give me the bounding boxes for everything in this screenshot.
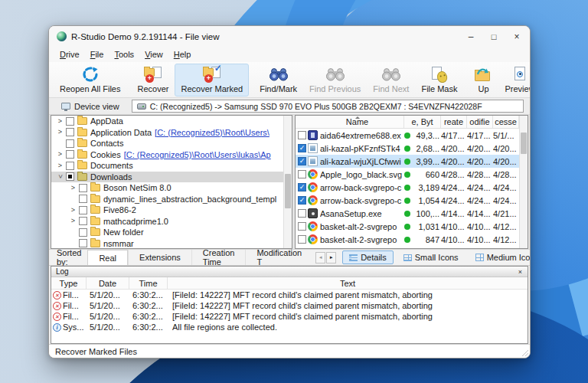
log-row[interactable]: Fil... 5/1/20... 6:30:2... [FileId: 1422… (51, 290, 528, 300)
expander-icon[interactable]: > (57, 118, 64, 125)
column-header-size[interactable]: e, Byt (404, 116, 441, 128)
tree-row[interactable]: > mathcadprime1.0 (51, 216, 292, 228)
expander-icon[interactable]: > (57, 162, 64, 169)
tree-checkbox[interactable] (79, 239, 87, 247)
title-bar[interactable]: R-Studio Demo 9.2.191144 - File view – □… (49, 26, 530, 47)
expander-icon[interactable]: > (70, 218, 77, 224)
tree-item-link[interactable]: [C: (Recognized5)\Root\Users\lukas\Ap (124, 150, 271, 159)
tree-row[interactable]: > Boson NetSim 8.0 (51, 182, 292, 194)
tree-row[interactable]: nsmmar (51, 238, 292, 250)
up-button[interactable]: Up (468, 64, 498, 97)
column-header-accessed[interactable]: cesse (493, 116, 519, 128)
tree-item-link[interactable]: [C: (Recognized5)\Root\Users\ (155, 128, 270, 137)
find-next-button[interactable]: Find Next (367, 64, 415, 97)
tree-checkbox[interactable] (79, 217, 87, 225)
file-row[interactable]: ali-kazal-wjuXjLCfwwi 3,99... 4/20... 4/… (296, 155, 528, 168)
log-column-time[interactable]: Time (129, 277, 168, 289)
device-view-tab[interactable]: Device view (57, 101, 124, 112)
tree-checkbox[interactable] (66, 162, 74, 170)
tree-row[interactable]: New folder (51, 227, 292, 238)
file-checkbox[interactable] (298, 170, 306, 178)
tree-scrollbar-thumb[interactable] (285, 174, 291, 208)
sort-tab-modification-time[interactable]: Modification T (245, 250, 312, 265)
menu-help[interactable]: Help (169, 48, 196, 61)
file-row[interactable]: arrow-back-svgrepo-c 1,054 4/24... 4/24.… (296, 194, 528, 207)
tree-row[interactable]: > Five86-2 (51, 205, 292, 216)
recover-button[interactable]: Recover (132, 64, 175, 97)
expander-icon[interactable]: > (57, 129, 64, 136)
tree-checkbox[interactable] (66, 117, 74, 126)
view-tab-medium-icons[interactable]: Medium Icons (469, 250, 531, 264)
current-path-bar[interactable]: C: (Recognized5) -> Samsung SSD 970 EVO … (132, 100, 524, 113)
tree-checkbox[interactable] (79, 184, 87, 192)
log-column-date[interactable]: Date (87, 277, 129, 289)
log-row[interactable]: Fil... 5/1/20... 6:30:2... [FileId: 1422… (51, 300, 528, 311)
minimize-button[interactable]: – (459, 28, 482, 45)
file-checkbox[interactable] (298, 235, 306, 244)
tree-checkbox[interactable] (66, 128, 74, 136)
tree-row[interactable]: > AppData (51, 116, 292, 127)
tree-row[interactable]: dynamic_lines_abstraction_background_tem… (51, 194, 292, 205)
sort-tab-extensions[interactable]: Extensions (128, 250, 191, 265)
tree-row[interactable]: Contacts (51, 138, 292, 149)
file-list-scrollbar-thumb[interactable] (521, 133, 527, 154)
menu-tools[interactable]: Tools (109, 48, 139, 61)
preview-button[interactable]: Preview (498, 64, 531, 97)
tree-checkbox[interactable] (79, 195, 87, 203)
sort-tab-real[interactable]: Real (87, 250, 128, 265)
file-mask-button[interactable]: File Mask (415, 64, 463, 97)
reopen-all-files-button[interactable]: Reopen All Files (54, 64, 127, 97)
expander-icon[interactable]: > (70, 207, 77, 214)
menu-view[interactable]: View (140, 48, 168, 61)
file-row[interactable]: aida64extreme688.ex 49,3... 4/17... 4/17… (296, 129, 528, 142)
recover-marked-button[interactable]: ✓ Recover Marked (175, 64, 249, 97)
file-list-scrollbar[interactable] (519, 116, 528, 248)
view-tab-small-icons[interactable]: Small Icons (397, 250, 466, 264)
column-header-modified[interactable]: odifie (467, 116, 493, 128)
file-row[interactable]: AsanaSetup.exe 100,... 4/14... 4/14... 4… (296, 207, 528, 220)
log-close-icon[interactable]: × (516, 268, 524, 276)
resize-grip[interactable] (521, 349, 528, 356)
sort-tab-creation-time[interactable]: Creation Time (191, 250, 246, 265)
file-checkbox[interactable] (298, 209, 306, 218)
file-checkbox[interactable] (298, 183, 306, 192)
tree-row[interactable]: > Application Data [C: (Recognized5)\Roo… (51, 127, 292, 139)
expander-icon[interactable]: > (70, 185, 77, 192)
expander-icon[interactable]: > (57, 173, 64, 180)
maximize-button[interactable]: □ (482, 28, 505, 45)
column-header-created[interactable]: reate (441, 116, 467, 128)
log-row[interactable]: Sys... 5/1/20... 6:30:2... All file regi… (51, 322, 528, 332)
file-row[interactable]: Apple_logo_black.svg 660 4/28... 4/28...… (296, 168, 528, 181)
file-row[interactable]: arrow-back-svgrepo-c 3,189 4/24... 4/24.… (296, 181, 528, 194)
view-tab-details[interactable]: Details (342, 250, 394, 264)
file-checkbox[interactable] (298, 131, 306, 139)
column-header-name[interactable]: Name (311, 116, 404, 128)
tree-row[interactable]: > Documents (51, 160, 292, 172)
tree-checkbox[interactable] (79, 228, 87, 237)
file-checkbox[interactable] (298, 222, 306, 231)
scroll-tabs-left-icon[interactable]: ◄ (315, 252, 325, 264)
file-row[interactable]: ali-kazal-pKFznfSTk4 2,68... 4/20... 4/2… (296, 142, 528, 155)
find-previous-button[interactable]: Find Previous (303, 64, 367, 97)
tree-checkbox[interactable] (66, 150, 74, 159)
tree-row[interactable]: > Downloads (51, 172, 292, 183)
scroll-tabs-right-icon[interactable]: ► (326, 252, 336, 264)
log-row[interactable]: Fil... 5/1/20... 6:30:2... [FileId: 1422… (51, 311, 528, 322)
expander-icon[interactable]: > (57, 151, 64, 158)
find-mark-button[interactable]: Find/Mark (253, 64, 303, 97)
log-column-type[interactable]: Type (51, 277, 87, 289)
tree-checkbox[interactable] (79, 206, 87, 214)
tree-checkbox[interactable] (66, 139, 74, 148)
file-checkbox[interactable] (298, 196, 306, 205)
menu-file[interactable]: File (86, 48, 109, 61)
tree-row[interactable]: > Cookies [C: (Recognized5)\Root\Users\l… (51, 149, 292, 161)
log-column-text[interactable]: Text (168, 277, 528, 289)
file-row[interactable]: basket-alt-2-svgrepo 847 4/10... 4/10...… (296, 233, 528, 246)
tree-scrollbar[interactable] (283, 116, 292, 248)
tree-checkbox[interactable] (66, 172, 74, 181)
file-checkbox[interactable] (298, 144, 306, 152)
close-button[interactable]: × (505, 28, 528, 45)
menu-drive[interactable]: Drive (55, 48, 84, 61)
file-checkbox[interactable] (298, 157, 306, 165)
file-row[interactable]: basket-alt-2-svgrepo 1,031 4/10... 4/10.… (296, 220, 528, 233)
